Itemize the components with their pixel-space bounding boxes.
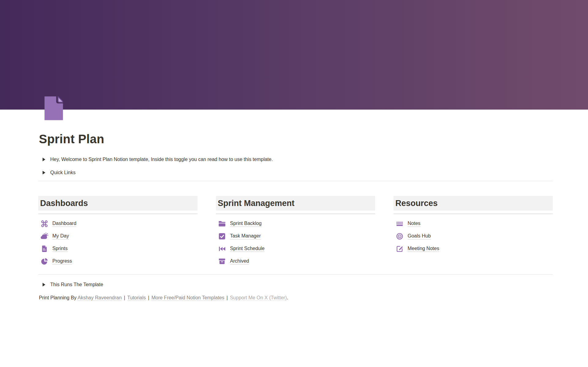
sun-cloud-icon	[40, 232, 48, 240]
toggle-this-runs-the-template[interactable]: This Runs The Template	[38, 280, 553, 289]
column-divider	[216, 213, 375, 214]
column-header: Dashboards	[38, 196, 198, 211]
page-link-label: Sprint Schedule	[230, 246, 265, 252]
page-link-dashboard[interactable]: Dashboard	[38, 217, 198, 230]
page-link-label: Progress	[52, 258, 72, 264]
toggle-triangle-icon[interactable]	[43, 283, 45, 286]
column-resources: ResourcesNotesGoals HubMeeting Notes	[394, 196, 553, 268]
footer-separator: |	[124, 295, 125, 300]
page-link-label: Goals Hub	[408, 233, 431, 239]
page-link-label: Task Manager	[230, 233, 261, 239]
page-link-goals-hub[interactable]: Goals Hub	[394, 230, 553, 242]
page-link-meeting-notes[interactable]: Meeting Notes	[394, 242, 553, 255]
column-link-list: DashboardMy DaySprintsProgress	[38, 217, 198, 268]
target-icon	[396, 232, 404, 240]
page-link-label: Sprint Backlog	[230, 221, 262, 227]
page-link-label: Meeting Notes	[408, 246, 439, 252]
column-divider	[38, 213, 198, 214]
column-link-list: Sprint BacklogTask ManagerSprint Schedul…	[216, 217, 375, 268]
footer-link-more-free-paid-notion-templates[interactable]: More Free/Paid Notion Templates	[151, 295, 224, 301]
page-link-label: Archived	[230, 258, 249, 264]
page-link-sprint-backlog[interactable]: Sprint Backlog	[216, 217, 375, 230]
footer-suffix: .	[287, 295, 288, 300]
divider	[38, 274, 553, 275]
footer-link-tutorials[interactable]: Tutorials	[127, 295, 146, 301]
folder-icon	[218, 220, 226, 228]
page-link-label: Sprints	[52, 246, 68, 252]
toggle-quick-links[interactable]: Quick Links	[38, 168, 553, 177]
toggle-welcome-label: Hey, Welcome to Sprint Plan Notion templ…	[50, 157, 273, 162]
toggle-triangle-icon[interactable]	[43, 158, 45, 161]
footer-separator: |	[227, 295, 228, 300]
page-link-label: Dashboard	[52, 221, 76, 227]
column-link-list: NotesGoals HubMeeting Notes	[394, 217, 553, 255]
toggle-welcome[interactable]: Hey, Welcome to Sprint Plan Notion templ…	[38, 155, 553, 164]
pie-chart-icon	[40, 257, 48, 265]
page-content: Sprint Plan Hey, Welcome to Sprint Plan …	[38, 110, 553, 302]
divider	[38, 181, 553, 181]
toggle-runs-template-label: This Runs The Template	[50, 282, 103, 287]
footer-separator: |	[148, 295, 149, 300]
page-link-label: Notes	[408, 221, 420, 227]
column-dashboards: DashboardsDashboardMy DaySprintsProgress	[38, 196, 198, 268]
rewind-icon	[218, 245, 226, 253]
purple-page-icon[interactable]	[44, 96, 64, 121]
footer-credits: Print Planning By Akshay Raveendran|Tuto…	[38, 294, 553, 302]
toggle-quick-links-label: Quick Links	[50, 170, 76, 175]
cover-image	[0, 0, 588, 110]
column-divider	[394, 213, 553, 214]
column-sprint-management: Sprint ManagementSprint BacklogTask Mana…	[216, 196, 375, 268]
page-link-sprint-schedule[interactable]: Sprint Schedule	[216, 242, 375, 255]
keyboard-icon	[396, 220, 404, 228]
page-link-label: My Day	[52, 233, 69, 239]
checkbox-icon	[218, 232, 226, 240]
footer-prefix: Print Planning By	[39, 295, 77, 300]
footer-link-support-me-on-x-twitter[interactable]: Support Me On X (Twitter)	[230, 295, 287, 301]
column-header: Resources	[394, 196, 553, 211]
page-link-archived[interactable]: Archived	[216, 255, 375, 268]
page-link-progress[interactable]: Progress	[38, 255, 198, 268]
document-icon	[40, 245, 48, 253]
toggle-triangle-icon[interactable]	[43, 171, 45, 174]
column-header: Sprint Management	[216, 196, 375, 211]
page-title: Sprint Plan	[38, 110, 553, 146]
page-link-sprints[interactable]: Sprints	[38, 242, 198, 255]
command-icon	[40, 220, 48, 228]
footer-link-akshay-raveendran[interactable]: Akshay Raveendran	[77, 295, 122, 301]
edit-icon	[396, 245, 404, 253]
page-link-my-day[interactable]: My Day	[38, 230, 198, 242]
link-columns: DashboardsDashboardMy DaySprintsProgress…	[38, 196, 553, 268]
page-link-task-manager[interactable]: Task Manager	[216, 230, 375, 242]
archive-icon	[218, 257, 226, 265]
page-link-notes[interactable]: Notes	[394, 217, 553, 230]
